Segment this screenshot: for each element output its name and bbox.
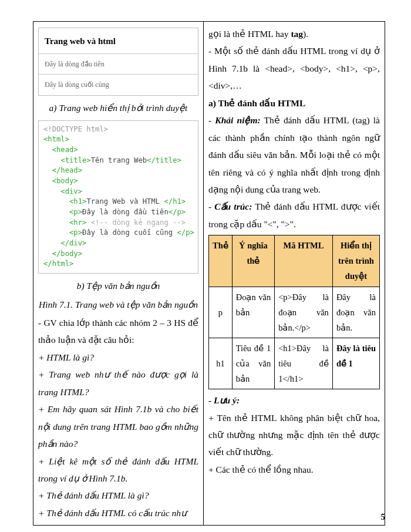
code-line: <head> (43, 146, 78, 154)
code-line: <h1> (43, 197, 86, 206)
table-header-row: Thẻ Ý nghĩa thẻ Mã HTML Hiển thị trên tr… (209, 235, 380, 287)
right-p4: - Cấu trúc: Thẻ đánh dấu HTML được viết … (208, 198, 380, 233)
browser-preview-box: Trang web và html Đây là dòng đầu tiên Đ… (38, 28, 198, 96)
cell-p-code: <p>Đây là đoạn văn bản.</p> (275, 287, 333, 338)
code-line: </p> (177, 228, 194, 237)
left-p4: + Em hãy quan sát Hình 7.1b và cho biết … (38, 400, 198, 452)
right-h1: a) Thẻ đánh dấu HTML (208, 95, 380, 112)
code-line: <p> (43, 228, 82, 237)
code-line: </head> (43, 166, 82, 174)
code-text: Tên trang Web (91, 156, 147, 164)
browser-preview-title: Trang web và html (39, 28, 198, 54)
right-p2: - Một số thẻ đánh dấu HTML trong ví dụ ở… (208, 42, 380, 94)
right-p3-label: Khái niệm: (215, 115, 260, 125)
left-body-text: - GV chia lớp thành các nhóm 2 – 3 HS để… (38, 314, 198, 521)
left-p3: + Trang web như thế nào được gọi là tran… (38, 366, 198, 400)
cell-h1-meaning: Tiêu đề 1 của văn bản (232, 338, 274, 389)
th-hienthi: Hiển thị trên trình duyệt (332, 235, 379, 287)
table-row: h1 Tiêu đề 1 của văn bản <h1>Đây là tiêu… (209, 338, 380, 389)
caption-b: b) Tệp văn bản nguồn (38, 277, 198, 294)
right-p6: + Tên thẻ HTML không phân biệt chữ hoa, … (208, 409, 380, 461)
th-the: Thẻ (209, 235, 233, 287)
cell-h1-render: Đây là tiêu đề 1 (332, 338, 379, 389)
cell-p-render: Đây là đoạn văn bản. (332, 287, 379, 338)
cell-p-tag: p (209, 287, 233, 338)
right-column: gọi là thẻ HTML hay tag). - Một số thẻ đ… (204, 22, 385, 525)
right-p1-bold: tag (291, 29, 303, 39)
left-p7: + Thẻ đánh dấu HTML có cấu trúc như (38, 504, 198, 521)
code-line: <div> (43, 187, 82, 196)
code-text: Đây là dòng đầu tiên (82, 208, 169, 216)
cell-h1-tag: h1 (209, 338, 233, 389)
code-line: </p> (169, 208, 186, 216)
code-line: </title> (147, 156, 181, 164)
code-line: <!DOCTYPE html> (43, 125, 108, 133)
code-line: </html> (43, 260, 73, 268)
right-p1-text: gọi là thẻ HTML hay (208, 29, 291, 39)
left-p2: + HTML là gì? (38, 349, 198, 366)
right-p4-dash: - (208, 201, 214, 211)
code-line: <html> (43, 135, 69, 143)
code-line: </h1> (164, 197, 186, 206)
caption-main: Hình 7.1. Trang web và tệp văn bản nguồn (38, 296, 198, 313)
left-p1: - GV chia lớp thành các nhóm 2 – 3 HS để… (38, 314, 198, 349)
code-text: Trang Web và HTML (86, 197, 164, 206)
code-line: </body> (43, 250, 82, 258)
right-p7: + Các thẻ có thể lồng nhau. (208, 461, 380, 478)
code-line: <title> (43, 156, 91, 164)
left-column: Trang web và html Đây là dòng đầu tiên Đ… (33, 22, 204, 525)
tag-table: Thẻ Ý nghĩa thẻ Mã HTML Hiển thị trên tr… (208, 235, 380, 389)
right-body-text: gọi là thẻ HTML hay tag). - Một số thẻ đ… (208, 25, 380, 478)
browser-preview-line1: Đây là dòng đầu tiên (39, 54, 198, 75)
table-row: p Đoạn văn bản <p>Đây là đoạn văn bản.</… (209, 287, 380, 338)
code-line: <hr> (43, 218, 91, 227)
code-comment: <!-- dòng kẻ ngang --> (91, 218, 186, 227)
code-preview-box: <!DOCTYPE html> <html> <head> <title>Tên… (38, 120, 198, 274)
code-line: <p> (43, 208, 82, 216)
right-p3-dash: - (208, 115, 215, 125)
right-p1-tail: ). (303, 29, 308, 39)
left-p5: + Liệt kê một số thẻ đánh dấu HTML trong… (38, 453, 198, 487)
browser-preview-line2: Đây là dòng cuối cùng (39, 75, 198, 95)
code-text: Đây là dòng cuối cũng (82, 228, 177, 237)
right-p5: - Lưu ý: (208, 392, 380, 409)
right-p3: - Khái niệm: Thẻ đánh dấu HTML (tag) là … (208, 112, 380, 198)
right-p3-body: Thẻ đánh dấu HTML (tag) là các thành phầ… (208, 115, 380, 194)
th-ma: Mã HTML (275, 235, 333, 287)
right-p4-label: Cấu trúc: (214, 201, 252, 211)
th-ynghia: Ý nghĩa thẻ (232, 235, 274, 287)
two-column-layout: Trang web và html Đây là dòng đầu tiên Đ… (33, 21, 385, 526)
caption-a: a) Trang web hiển thị bởi trình duyệt (38, 99, 198, 116)
right-p1: gọi là thẻ HTML hay tag). (208, 25, 380, 42)
code-line: </div> (43, 239, 86, 247)
page-number: 5 (381, 509, 386, 526)
cell-h1-render-bold: Đây là tiêu đề 1 (336, 344, 376, 368)
code-line: <body> (43, 177, 78, 185)
left-p6: + Thẻ đánh dấu HTML là gì? (38, 487, 198, 504)
cell-p-meaning: Đoạn văn bản (232, 287, 274, 338)
cell-h1-code: <h1>Đây là tiêu đề 1</h1> (275, 338, 333, 389)
